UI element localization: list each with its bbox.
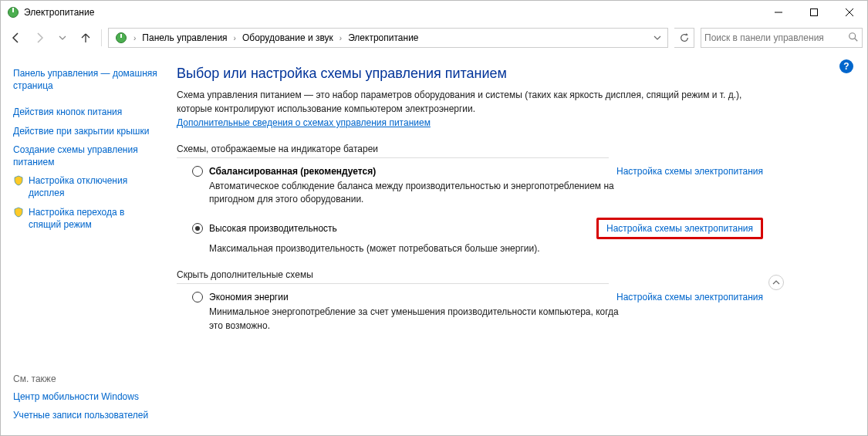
group-additional-plans-title[interactable]: Скрыть дополнительные схемы [177, 269, 852, 280]
plan-description: Автоматическое соблюдение баланса между … [209, 180, 626, 207]
sidebar-item-display-off[interactable]: Настройка отключения дисплея [13, 171, 158, 202]
chevron-right-icon[interactable]: › [132, 34, 137, 42]
change-plan-settings-balanced[interactable]: Настройка схемы электропитания [616, 166, 763, 177]
svg-rect-7 [120, 34, 122, 38]
power-plan-power-saver: Экономия энергии Настройка схемы электро… [192, 292, 763, 333]
radio-power-saver[interactable] [192, 292, 203, 302]
breadcrumb-dropdown[interactable] [649, 29, 666, 47]
close-button[interactable] [832, 1, 867, 24]
titlebar: Электропитание [1, 1, 867, 24]
see-also-heading: См. также [13, 369, 158, 387]
divider [177, 157, 609, 158]
collapse-additional-plans-button[interactable] [768, 275, 784, 290]
nav-separator [101, 29, 102, 46]
power-plan-balanced: Сбалансированная (рекомендуется) Настрой… [192, 166, 763, 207]
breadcrumb-item-power[interactable]: Электропитание [343, 29, 423, 47]
recent-locations-dropdown[interactable] [52, 27, 73, 49]
help-icon[interactable]: ? [839, 59, 853, 73]
svg-line-9 [855, 38, 858, 41]
plan-name[interactable]: Экономия энергии [209, 292, 289, 302]
change-plan-settings-power-saver[interactable]: Настройка схемы электропитания [616, 292, 763, 302]
page-description: Схема управления питанием — это набор па… [177, 88, 778, 130]
main-panel: ? Выбор или настройка схемы управления п… [166, 52, 867, 436]
radio-high-performance[interactable] [192, 223, 203, 234]
radio-balanced[interactable] [192, 166, 203, 177]
see-also-mobility-center[interactable]: Центр мобильности Windows [13, 387, 158, 406]
plan-description: Минимальное энергопотребление за счет ум… [209, 306, 626, 333]
breadcrumb[interactable]: › Панель управления › Оборудование и зву… [108, 28, 668, 48]
shield-icon [13, 175, 24, 186]
sidebar-item-home[interactable]: Панель управления — домашняя страница [13, 64, 158, 95]
sidebar-item-lid-close[interactable]: Действие при закрытии крышки [13, 122, 158, 140]
power-options-icon [7, 6, 19, 19]
svg-rect-3 [811, 9, 818, 16]
shield-icon [13, 207, 24, 218]
power-plan-high-performance: Высокая производительность Настройка схе… [192, 218, 763, 255]
search-input[interactable]: Поиск в панели управления [701, 28, 863, 48]
maximize-button[interactable] [796, 1, 832, 24]
breadcrumb-item-hardware[interactable]: Оборудование и звук [238, 29, 338, 47]
svg-rect-1 [12, 8, 14, 12]
window-title: Электропитание [24, 7, 761, 18]
page-title: Выбор или настройка схемы управления пит… [177, 66, 852, 82]
navbar: › Панель управления › Оборудование и зву… [1, 24, 867, 52]
plan-name[interactable]: Высокая производительность [209, 223, 337, 234]
forward-button [29, 27, 50, 49]
sidebar-item-power-buttons[interactable]: Действия кнопок питания [13, 103, 158, 121]
chevron-right-icon[interactable]: › [338, 34, 343, 42]
sidebar-item-create-plan[interactable]: Создание схемы управления питанием [13, 140, 158, 171]
refresh-button[interactable] [674, 28, 694, 48]
breadcrumb-item-control-panel[interactable]: Панель управления [137, 29, 231, 47]
svg-point-8 [849, 32, 856, 39]
sidebar-item-label: Настройка отключения дисплея [29, 174, 158, 199]
chevron-right-icon[interactable]: › [232, 34, 238, 42]
back-button[interactable] [5, 27, 27, 49]
minimize-button[interactable] [761, 1, 796, 24]
search-placeholder: Поиск в панели управления [704, 32, 824, 43]
search-icon[interactable] [848, 32, 859, 45]
sidebar-item-sleep[interactable]: Настройка перехода в спящий режим [13, 203, 158, 234]
see-also-user-accounts[interactable]: Учетные записи пользователей [13, 406, 158, 424]
divider [177, 283, 609, 284]
sidebar: Панель управления — домашняя страница Де… [1, 52, 166, 436]
breadcrumb-root-icon[interactable] [110, 29, 132, 47]
plan-name[interactable]: Сбалансированная (рекомендуется) [209, 166, 376, 177]
up-button[interactable] [75, 27, 96, 49]
sidebar-item-label: Настройка перехода в спящий режим [29, 206, 158, 231]
plan-description: Максимальная производительность (может п… [209, 242, 626, 255]
group-battery-plans-title: Схемы, отображаемые на индикаторе батаре… [177, 144, 852, 154]
change-plan-settings-high-performance[interactable]: Настройка схемы электропитания [596, 218, 763, 239]
learn-more-link[interactable]: Дополнительные сведения о схемах управле… [177, 117, 431, 128]
